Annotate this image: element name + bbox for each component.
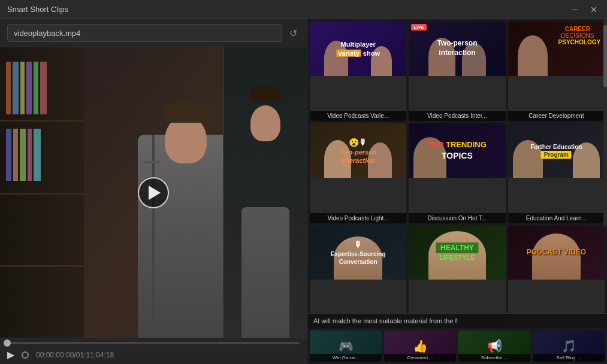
template-card-1[interactable]: Multiplayervariety show Video Podcasts V…: [310, 22, 406, 121]
window-controls: ─ ✕: [569, 5, 600, 14]
template-thumb-2: LIVE Two-personinteraction: [409, 22, 505, 76]
template-text-5: TOP TRENDING TOPICS: [413, 138, 500, 163]
bottom-templates-row: 🎮 Win Game... 👍 Censored ... 📢 Subscribe…: [307, 327, 607, 364]
template-label-3: Career Development: [508, 111, 605, 121]
small-template-bell-ring[interactable]: 🎵 Bell Ring ...: [533, 330, 605, 362]
template-thumb-5: TOP TRENDING TOPICS: [409, 123, 505, 178]
current-time: 00:00:00:00: [36, 351, 74, 359]
video-frame: [0, 47, 307, 338]
play-icon: [149, 186, 161, 200]
template-card-8[interactable]: HEALTHY LIFESTYLE H: [409, 226, 505, 325]
left-panel: ↺: [0, 19, 307, 364]
small-template-label-4: Bell Ring ...: [533, 354, 605, 362]
template-card-7[interactable]: 🎙 Expertise-SourcingConversation Video P…: [310, 226, 406, 325]
right-panel: Multiplayervariety show Video Podcasts V…: [307, 19, 607, 364]
template-thumb-1: Multiplayervariety show: [310, 22, 406, 76]
template-label-4: Video Podcasts Light...: [310, 213, 406, 223]
template-text-9: PODCAST VIDEO: [513, 245, 600, 260]
template-thumb-9: PODCAST VIDEO: [508, 226, 605, 280]
scrollbar[interactable]: [603, 19, 607, 226]
scrollbar-thumb: [603, 25, 607, 87]
template-thumb-3: CAREER DECISIONS PSYCHOLOGY: [508, 22, 605, 76]
template-card-6[interactable]: Further Education Program Education And …: [508, 123, 605, 223]
live-badge-2: LIVE: [411, 24, 427, 31]
ai-banner-text: AI will match the most suitable material…: [313, 317, 457, 324]
template-text-8: HEALTHY LIFESTYLE: [413, 241, 500, 264]
title-bar: Smart Short Clips ─ ✕: [0, 0, 607, 19]
template-label-6: Education And Learn...: [508, 213, 605, 223]
video-controls: ▶ 00:00:00:00/01:11:04:18: [0, 338, 307, 364]
video-container: [0, 47, 307, 338]
small-template-subscribe[interactable]: 📢 Subscribe ...: [458, 330, 530, 362]
play-overlay-button[interactable]: [138, 177, 169, 208]
template-card-5[interactable]: TOP TRENDING TOPICS Discussion On Hot T.…: [409, 123, 505, 223]
templates-grid: Multiplayervariety show Video Podcasts V…: [307, 19, 607, 327]
template-thumb-4: 😮🎙 Two-personInteraction: [310, 123, 406, 178]
position-indicator: [22, 351, 29, 359]
ai-match-banner: AI will match the most suitable material…: [307, 313, 607, 328]
template-thumb-8: HEALTHY LIFESTYLE: [409, 226, 505, 280]
small-template-win-game[interactable]: 🎮 Win Game...: [310, 330, 382, 362]
small-template-censored[interactable]: 👍 Censored ...: [384, 330, 456, 362]
progress-bar[interactable]: [7, 342, 300, 344]
template-text-4: 😮🎙 Two-personInteraction: [315, 134, 401, 167]
template-thumb-6: Further Education Program: [508, 123, 605, 178]
small-template-label-3: Subscribe ...: [458, 354, 530, 362]
template-label-1: Video Podcasts Varie...: [310, 111, 406, 121]
main-layout: ↺: [0, 19, 607, 364]
template-text-1: Multiplayervariety show: [315, 38, 401, 60]
template-card-9[interactable]: PODCAST VIDEO: [508, 226, 605, 325]
file-input-bar: ↺: [0, 19, 307, 47]
template-card-3[interactable]: CAREER DECISIONS PSYCHOLOGY Career Devel…: [508, 22, 605, 121]
small-template-label-1: Win Game...: [310, 354, 382, 362]
controls-row: ▶ 00:00:00:00/01:11:04:18: [7, 349, 300, 360]
bookshelf-decor: [0, 47, 96, 338]
total-time: /01:11:04:18: [74, 351, 114, 359]
small-template-label-2: Censored ...: [384, 354, 456, 362]
close-button[interactable]: ✕: [588, 5, 600, 14]
app-title: Smart Short Clips: [7, 5, 68, 14]
file-path-input[interactable]: [7, 24, 282, 42]
minimize-button[interactable]: ─: [569, 5, 581, 14]
time-display: 00:00:00:00/01:11:04:18: [36, 351, 300, 359]
progress-dot: [4, 339, 11, 347]
template-text-2: Two-personinteraction: [413, 37, 500, 60]
template-label-2: Video Podcasts Inter...: [409, 111, 505, 121]
template-text-7: 🎙 Expertise-SourcingConversation: [315, 237, 401, 268]
template-label-5: Discussion On Hot T...: [409, 213, 505, 223]
template-text-6: Further Education Program: [513, 141, 600, 161]
play-button[interactable]: ▶: [7, 349, 14, 360]
template-thumb-7: 🎙 Expertise-SourcingConversation: [310, 226, 406, 280]
template-text-3: CAREER DECISIONS PSYCHOLOGY: [558, 26, 597, 46]
refresh-button[interactable]: ↺: [287, 25, 300, 41]
template-card-4[interactable]: 😮🎙 Two-personInteraction Video Podcasts …: [310, 123, 406, 223]
template-card-2[interactable]: LIVE Two-personinteraction Video Podcast…: [409, 22, 505, 121]
